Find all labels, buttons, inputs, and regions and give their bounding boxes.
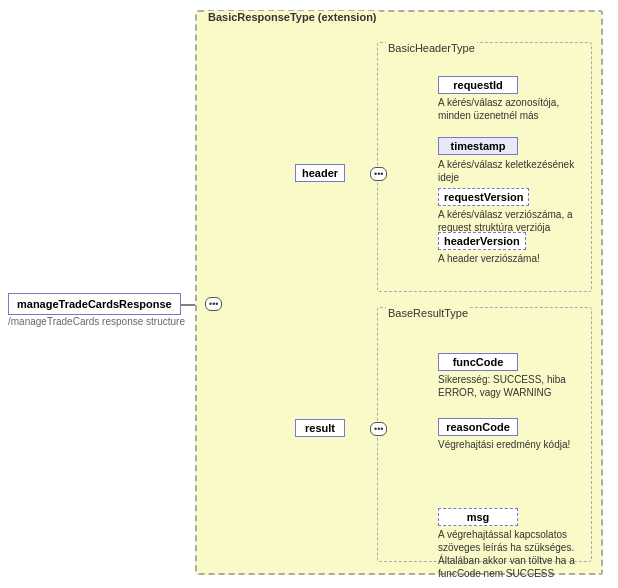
result-label-box: result (295, 419, 345, 437)
main-connector-pill: ••• (205, 297, 222, 311)
request-id-field: requestId (438, 76, 518, 94)
reason-code-desc: Végrehajtási eredmény kódja! (438, 438, 570, 451)
func-code-field: funcCode (438, 353, 518, 371)
basic-header-type-label: BasicHeaderType (386, 42, 477, 54)
result-connector-pill: ••• (370, 422, 387, 436)
header-label-box: header (295, 164, 345, 182)
request-id-desc: A kérés/válasz azonosítója, minden üzene… (438, 96, 578, 122)
request-version-field: requestVersion (438, 188, 529, 206)
reason-code-field: reasonCode (438, 418, 518, 436)
timestamp-field: timestamp (438, 137, 518, 155)
basic-response-type-box: BasicResponseType (extension) BasicHeade… (195, 10, 603, 575)
basic-response-type-label: BasicResponseType (extension) (205, 11, 380, 23)
header-connector-pill: ••• (370, 167, 387, 181)
main-entity-box: manageTradeCardsResponse (8, 293, 181, 315)
base-result-type-label: BaseResultType (386, 307, 470, 319)
header-version-field: headerVersion (438, 232, 526, 250)
msg-desc: A végrehajtással kapcsolatos szöveges le… (438, 528, 578, 580)
main-entity-sublabel: /manageTradeCards response structure (8, 316, 185, 327)
main-entity-name: manageTradeCardsResponse (17, 298, 172, 310)
timestamp-desc: A kérés/válasz keletkezésének ideje (438, 158, 578, 184)
msg-field: msg (438, 508, 518, 526)
header-version-desc: A header verziószáma! (438, 252, 540, 265)
request-version-desc: A kérés/válasz verziószáma, a request st… (438, 208, 578, 234)
func-code-desc: Sikeresség: SUCCESS, hiba ERROR, vagy WA… (438, 373, 578, 399)
diagram-area: BasicResponseType (extension) BasicHeade… (0, 0, 618, 588)
